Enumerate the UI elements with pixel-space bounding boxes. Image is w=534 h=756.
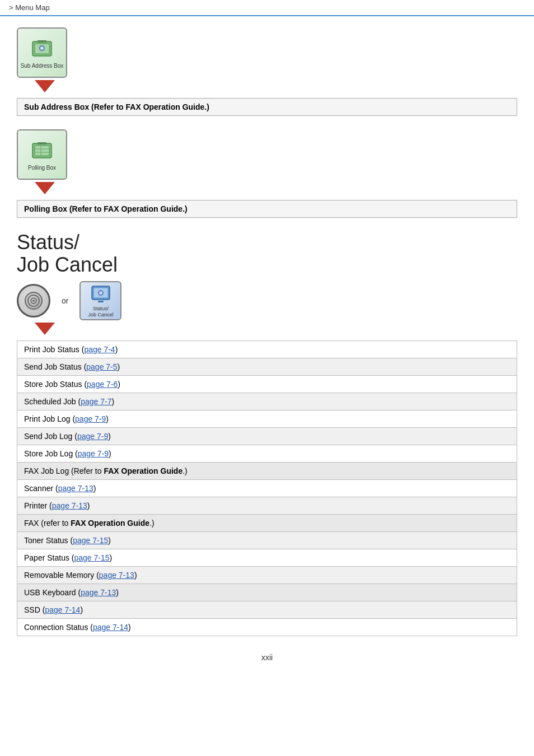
svg-rect-4 (38, 40, 46, 43)
svg-rect-10 (38, 142, 46, 144)
status-icon-label: Status/Job Cancel (88, 306, 113, 318)
table-row: FAX (refer to FAX Operation Guide.) (17, 515, 517, 532)
table-row: Send Job Status (page 7-5) (17, 358, 517, 376)
page-link[interactable]: page 7-14 (45, 605, 80, 614)
page-link[interactable]: page 7-13 (81, 588, 116, 597)
or-label: or (62, 296, 68, 305)
table-row: Print Job Log (page 7-9) (17, 410, 517, 428)
status-menu-table: Print Job Status (page 7-4)Send Job Stat… (17, 340, 517, 636)
page-link[interactable]: page 7-9 (78, 449, 109, 458)
polling-arrow (35, 182, 517, 194)
table-row: Connection Status (page 7-14) (17, 619, 517, 636)
svg-point-13 (32, 300, 35, 302)
sub-address-box-section: Sub Address Box (17, 27, 517, 92)
table-row: Scheduled Job (page 7-7) (17, 393, 517, 410)
breadcrumb: > Menu Map (0, 0, 534, 16)
status-physical-button-icon (17, 284, 50, 318)
table-row: Scanner (page 7-13) (17, 480, 517, 497)
table-row: USB Keyboard (page 7-13) (17, 584, 517, 601)
polling-box-label: Polling Box (28, 165, 56, 171)
status-icons-row: or Status/Job Cancel (17, 281, 517, 320)
page-link[interactable]: page 7-13 (99, 571, 134, 580)
page-link[interactable]: page 7-5 (86, 362, 117, 371)
sub-address-info-bar: Sub Address Box (Refer to FAX Operation … (17, 98, 517, 116)
polling-box-image (28, 138, 56, 164)
table-row: Store Job Log (page 7-9) (17, 445, 517, 463)
page-link[interactable]: page 7-7 (81, 397, 111, 406)
svg-rect-18 (98, 301, 104, 302)
table-row: Store Job Status (page 7-6) (17, 376, 517, 393)
sub-address-box-image (28, 36, 56, 62)
polling-box-section: Polling Box (17, 129, 517, 194)
status-arrow (35, 323, 517, 335)
status-job-cancel-section: Status/ Job Cancel or (17, 231, 517, 335)
table-row: Printer (page 7-13) (17, 497, 517, 515)
table-row: Send Job Log (page 7-9) (17, 428, 517, 445)
table-row: Print Job Status (page 7-4) (17, 341, 517, 358)
page-number: xxii (17, 653, 517, 662)
page-link[interactable]: page 7-13 (52, 501, 87, 510)
table-row: FAX Job Log (Refer to FAX Operation Guid… (17, 463, 517, 480)
page-link[interactable]: page 7-15 (73, 536, 108, 545)
table-row: Paper Status (page 7-15) (17, 549, 517, 567)
svg-point-17 (99, 291, 102, 295)
page-link[interactable]: page 7-9 (77, 432, 108, 441)
page-link[interactable]: page 7-15 (74, 553, 110, 562)
page-link[interactable]: page 7-9 (75, 414, 106, 423)
page-link[interactable]: page 7-13 (58, 484, 93, 493)
status-screen-icon: Status/Job Cancel (79, 281, 121, 320)
page-link[interactable]: page 7-14 (93, 623, 128, 632)
sub-address-arrow (35, 80, 517, 92)
page-link[interactable]: page 7-4 (84, 345, 115, 354)
table-row: Removable Memory (page 7-13) (17, 567, 517, 584)
sub-address-box-label: Sub Address Box (21, 63, 64, 69)
status-title: Status/ Job Cancel (17, 231, 517, 276)
table-row: SSD (page 7-14) (17, 601, 517, 619)
svg-point-3 (40, 46, 44, 50)
table-row: Toner Status (page 7-15) (17, 532, 517, 549)
sub-address-box-icon: Sub Address Box (17, 27, 67, 78)
svg-rect-6 (35, 146, 49, 156)
polling-box-info-bar: Polling Box (Refer to FAX Operation Guid… (17, 200, 517, 218)
polling-box-icon: Polling Box (17, 129, 67, 180)
page-link[interactable]: page 7-6 (87, 380, 118, 389)
